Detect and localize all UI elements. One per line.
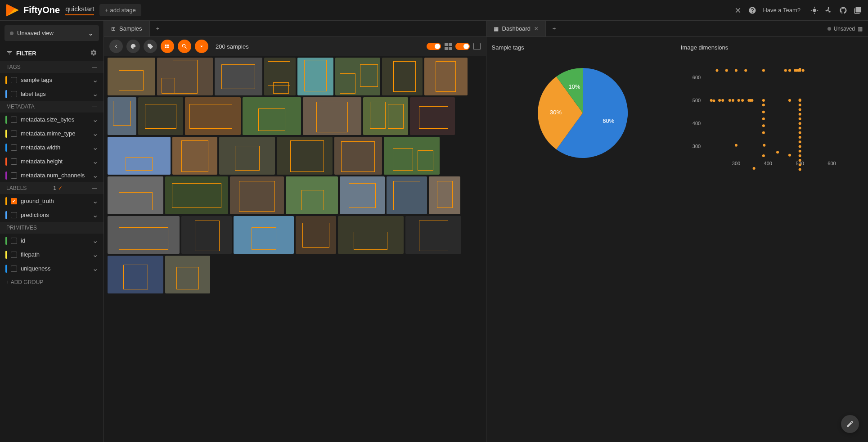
close-icon[interactable] (734, 6, 742, 14)
help-icon[interactable] (748, 6, 756, 14)
thumbnail[interactable] (172, 137, 217, 175)
thumbnail[interactable] (215, 58, 262, 95)
have-team-link[interactable]: Have a Team? (763, 7, 801, 14)
filter-item-id[interactable]: id (0, 234, 103, 248)
thumbnail[interactable] (405, 216, 461, 254)
thumbnail[interactable] (165, 176, 228, 214)
thumbnail[interactable] (334, 137, 382, 175)
filter-section-primitives[interactable]: PRIMITIVES— (0, 222, 103, 234)
gear-icon[interactable] (90, 49, 97, 58)
layout-icon[interactable]: ▥ (858, 26, 863, 32)
checkbox[interactable] (11, 91, 17, 97)
view-selector[interactable]: Unsaved view (4, 25, 99, 41)
thumbnail[interactable] (286, 176, 338, 214)
thumbnail[interactable] (277, 137, 333, 175)
checkbox[interactable] (11, 212, 17, 218)
dataset-name[interactable]: quickstart (65, 5, 94, 15)
filter-item-metadata-height[interactable]: metadata.height (0, 154, 103, 168)
filter-item-sample tags[interactable]: sample tags (0, 73, 103, 87)
checkbox[interactable] (11, 172, 17, 179)
thumbnail[interactable] (243, 97, 301, 135)
thumbnail[interactable] (230, 176, 284, 214)
filter-item-ground-truth[interactable]: ground_truth (0, 194, 103, 208)
tag-button[interactable] (144, 40, 157, 53)
add-dashboard-tab-button[interactable]: + (546, 21, 562, 36)
scatter-chart[interactable]: 300400500600300400500600 (679, 54, 864, 438)
checkbox[interactable] (11, 266, 17, 272)
filter-item-metadata-num-channels[interactable]: metadata.num_channels (0, 168, 103, 182)
close-tab-icon[interactable]: × (534, 25, 538, 33)
image-grid[interactable] (104, 56, 486, 442)
thumbnail[interactable] (165, 256, 210, 293)
github-icon[interactable] (839, 6, 847, 14)
thumbnail[interactable] (264, 58, 296, 95)
labels-toggle[interactable] (427, 43, 441, 50)
thumbnail[interactable] (410, 97, 455, 135)
checkbox[interactable] (11, 144, 17, 151)
thumbnail[interactable] (297, 58, 333, 95)
tab-samples[interactable]: ⊞ Samples (104, 21, 150, 36)
filter-section-metadata[interactable]: METADATA— (0, 101, 103, 113)
back-button[interactable] (109, 40, 123, 53)
grid-layout-icon[interactable] (445, 43, 452, 50)
thumbnail[interactable] (108, 256, 163, 293)
filter-item-uniqueness[interactable]: uniqueness (0, 262, 103, 275)
filter-item-predictions[interactable]: predictions (0, 208, 103, 222)
checkbox[interactable] (11, 198, 17, 204)
checkbox[interactable] (11, 117, 17, 123)
filter-section-tags[interactable]: TAGS— (0, 61, 103, 73)
add-stage-button[interactable]: + add stage (99, 4, 141, 16)
add-group-button[interactable]: + ADD GROUP (0, 275, 103, 289)
thumbnail[interactable] (108, 216, 180, 254)
thumbnail[interactable] (429, 176, 460, 214)
collapse-icon[interactable]: — (92, 64, 97, 70)
slack-icon[interactable] (825, 6, 833, 14)
filter-item-metadata-size-bytes[interactable]: metadata.size_bytes (0, 113, 103, 126)
thumbnail[interactable] (387, 176, 427, 214)
thumbnail[interactable] (181, 216, 232, 254)
color-button[interactable] (126, 40, 140, 53)
thumbnail[interactable] (382, 58, 423, 95)
filter-item-metadata-width[interactable]: metadata.width (0, 140, 103, 154)
sidebar-toggle[interactable] (455, 43, 470, 50)
filter-item-label tags[interactable]: label tags (0, 87, 103, 101)
theme-icon[interactable] (810, 6, 819, 14)
unsaved-indicator[interactable]: Unsaved ▥ (822, 21, 868, 36)
thumbnail[interactable] (138, 97, 183, 135)
fullscreen-icon[interactable] (473, 43, 481, 50)
edit-fab-button[interactable] (841, 415, 859, 433)
app-logo[interactable]: FiftyOne (6, 4, 60, 17)
thumbnail[interactable] (108, 97, 136, 135)
checkbox[interactable] (11, 131, 17, 137)
thumbnail[interactable] (219, 137, 275, 175)
thumbnail[interactable] (108, 58, 155, 95)
thumbnail[interactable] (303, 97, 361, 135)
checkbox[interactable] (11, 77, 17, 83)
filter-section-labels[interactable]: LABELS1 ✓— (0, 182, 103, 194)
thumbnail[interactable] (424, 58, 468, 95)
checkbox[interactable] (11, 252, 17, 258)
thumbnail[interactable] (296, 216, 336, 254)
thumbnail[interactable] (157, 58, 213, 95)
filter-item-metadata-mime-type[interactable]: metadata.mime_type (0, 126, 103, 140)
docs-icon[interactable] (854, 6, 862, 14)
thumbnail[interactable] (234, 216, 294, 254)
thumbnail[interactable] (340, 176, 385, 214)
thumbnail[interactable] (338, 216, 404, 254)
thumbnail[interactable] (108, 176, 163, 214)
thumbnail[interactable] (363, 97, 408, 135)
add-tab-button[interactable]: + (150, 21, 166, 36)
tab-dashboard[interactable]: ▦ Dashboard × (486, 21, 546, 36)
collapse-icon[interactable]: — (92, 225, 97, 231)
thumbnail[interactable] (185, 97, 241, 135)
filter-item-filepath[interactable]: filepath (0, 248, 103, 262)
thumbnail[interactable] (335, 58, 380, 95)
sort-button[interactable] (195, 40, 208, 53)
thumbnail[interactable] (384, 137, 440, 175)
search-button[interactable] (178, 40, 191, 53)
pie-chart[interactable]: 60%30%10% (490, 54, 675, 438)
collapse-icon[interactable]: — (92, 185, 97, 191)
checkbox[interactable] (11, 158, 17, 165)
thumbnail[interactable] (108, 137, 171, 175)
checkbox[interactable] (11, 238, 17, 244)
